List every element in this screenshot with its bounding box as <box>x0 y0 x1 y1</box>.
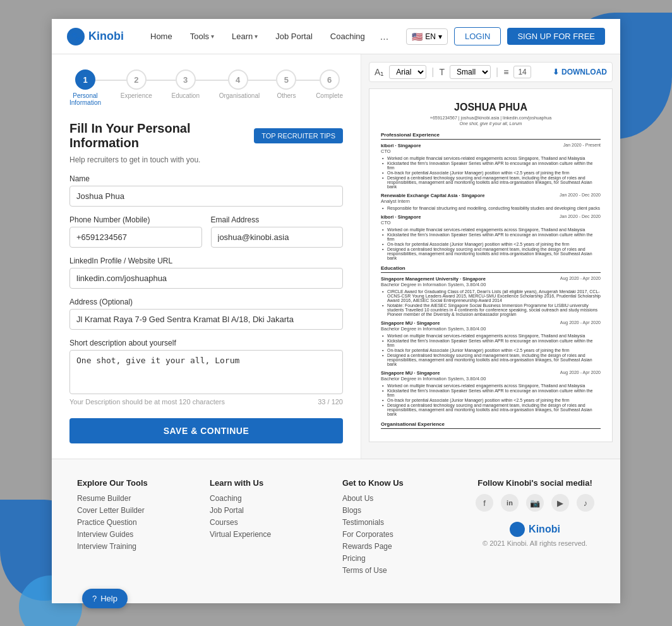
main-container: 🐾 Kinobi Home Tools ▾ Learn ▾ Job Portal <box>52 19 620 603</box>
step-label-4: Organisational <box>219 92 257 99</box>
resume-preview: JOSHUA PHUA +6591234567 | joshua@kinobi.… <box>369 88 613 442</box>
flag-icon: 🇺🇸 <box>412 32 423 42</box>
logo[interactable]: 🐾 Kinobi <box>67 28 124 45</box>
facebook-icon[interactable]: f <box>476 494 493 512</box>
resume-entry-kibori-2: kibori · Singapore Jan 2020 - Dec 2020 C… <box>381 214 601 260</box>
entry-company: Singapore MU · Singapore <box>381 320 440 326</box>
help-icon: ? <box>92 594 97 603</box>
footer-link-corporates[interactable]: For Corporates <box>342 530 462 539</box>
footer-link-interview-guides[interactable]: Interview Guides <box>77 530 197 539</box>
help-button[interactable]: ? Help <box>82 589 128 608</box>
logo-icon: 🐾 <box>67 28 85 45</box>
tiktok-icon[interactable]: ♪ <box>577 494 594 512</box>
step-2: 2 Experience <box>121 69 152 99</box>
footer-link-terms[interactable]: Terms of Use <box>342 566 462 575</box>
step-circle-6[interactable]: 6 <box>320 69 340 90</box>
section-title-organisational: Organisational Experience <box>381 421 601 429</box>
instagram-icon[interactable]: 📷 <box>526 494 544 512</box>
footer-link-job-portal[interactable]: Job Portal <box>210 506 330 515</box>
learn-dropdown-arrow: ▾ <box>255 33 258 40</box>
logo-icon-letter: 🐾 <box>71 32 81 42</box>
nav-item-job-portal[interactable]: Job Portal <box>268 28 320 45</box>
signup-button[interactable]: SIGN UP FOR FREE <box>507 28 605 45</box>
entry-header: kibori · Singapore Jan 2020 - Dec 2020 <box>381 214 601 220</box>
step-6: 6 Complete <box>316 69 343 99</box>
tools-dropdown-arrow: ▾ <box>211 33 214 40</box>
entry-date: Jan 2020 - Dec 2020 <box>560 193 601 198</box>
footer-link-cover-letter[interactable]: Cover Letter Builder <box>77 506 197 515</box>
font-icon: A₁ <box>375 67 384 77</box>
entry-role: Bachelor Degree in Information System, 3… <box>381 282 601 287</box>
recruiter-tips-button[interactable]: TOP RECRUITER TIPS <box>254 128 343 143</box>
logo-text: Kinobi <box>88 30 124 43</box>
nav-more[interactable]: ... <box>375 31 393 42</box>
navbar: 🐾 Kinobi Home Tools ▾ Learn ▾ Job Portal <box>52 19 620 54</box>
footer-link-virtual-experience[interactable]: Virtual Experience <box>210 530 330 539</box>
section-title-experience: Professional Experience <box>381 132 601 140</box>
footer-link-coaching[interactable]: Coaching <box>210 494 330 503</box>
footer-link-resume-builder[interactable]: Resume Builder <box>77 494 197 503</box>
email-field-group: Email Address <box>211 215 344 248</box>
entry-header: Singapore MU · Singapore Aug 2020 - Apr … <box>381 320 601 326</box>
resume-entry-smu: Singapore Management University · Singap… <box>381 276 601 316</box>
footer-link-testimonials[interactable]: Testimonials <box>342 518 462 527</box>
bullet: Designed a centralised technology sourci… <box>387 247 601 260</box>
download-button[interactable]: ⬇ DOWNLOAD <box>553 68 607 76</box>
bullet: On-track for potential Associate (Junior… <box>387 398 601 402</box>
footer-learn-col: Learn with Us Coaching Job Portal Course… <box>210 478 330 578</box>
step-label-1: PersonalInformation <box>69 92 101 106</box>
language-button[interactable]: 🇺🇸 EN ▾ <box>406 28 448 45</box>
footer: Explore Our Tools Resume Builder Cover L… <box>52 459 620 603</box>
linkedin-icon[interactable]: in <box>501 494 519 512</box>
phone-label: Phone Number (Mobile) <box>69 215 202 224</box>
step-circle-3[interactable]: 3 <box>176 69 196 90</box>
linkedin-input[interactable] <box>69 268 343 289</box>
resume-tagline: One shot, give it your all, Lorum <box>381 121 601 126</box>
step-label-5: Others <box>277 92 296 99</box>
email-input[interactable] <box>211 227 344 248</box>
resume-entry-renewable: Renewable Exchange Capital Asia · Singap… <box>381 193 601 210</box>
size-icon: T <box>440 67 445 77</box>
size-select[interactable]: Small <box>450 65 491 79</box>
resume-entry-kibori: kibori · Singapore Jan 2020 - Present CT… <box>381 143 601 189</box>
entry-company: Singapore MU · Singapore <box>381 370 440 376</box>
nav-item-learn[interactable]: Learn ▾ <box>224 28 265 45</box>
name-input[interactable] <box>69 186 343 207</box>
footer-link-interview-training[interactable]: Interview Training <box>77 542 197 551</box>
nav-item-home[interactable]: Home <box>143 28 180 45</box>
phone-input[interactable] <box>69 227 202 248</box>
step-1: 1 PersonalInformation <box>69 69 101 106</box>
step-circle-2[interactable]: 2 <box>126 69 147 90</box>
step-circle-1[interactable]: 1 <box>75 69 95 90</box>
bullet: On-track for potential Associate (Junior… <box>387 348 601 352</box>
entry-date: Aug 2020 - Apr 2020 <box>560 276 601 282</box>
body-content: 1 PersonalInformation 2 Experience 3 Edu… <box>52 54 620 459</box>
description-input[interactable]: One shot, give it your all, Lorum <box>69 350 343 394</box>
bullet: On-track for potential Associate (Junior… <box>387 242 601 246</box>
step-circle-5[interactable]: 5 <box>276 69 296 90</box>
footer-logo: 🐾 Kinobi <box>475 522 595 537</box>
footer-link-courses[interactable]: Courses <box>210 518 330 527</box>
nav-item-tools[interactable]: Tools ▾ <box>183 28 222 45</box>
resume-entry-smu-3: Singapore MU · Singapore Aug 2020 - Apr … <box>381 370 601 416</box>
address-input[interactable] <box>69 309 343 330</box>
font-select[interactable]: Arial <box>389 65 426 79</box>
step-circle-4[interactable]: 4 <box>228 69 248 90</box>
footer-link-pricing[interactable]: Pricing <box>342 554 462 563</box>
form-header: Fill In Your Personal Information TOP RE… <box>69 121 343 150</box>
footer-link-about[interactable]: About Us <box>342 494 462 503</box>
footer-link-practice[interactable]: Practice Question <box>77 518 197 527</box>
nav-item-coaching[interactable]: Coaching <box>323 28 373 45</box>
bullet: Kickstarted the firm's Innovation Speake… <box>387 388 601 397</box>
footer-link-rewards[interactable]: Rewards Page <box>342 542 462 551</box>
footer-social-col: Follow Kinobi's social media! f in 📷 ▶ ♪… <box>475 478 595 578</box>
entry-header: kibori · Singapore Jan 2020 - Present <box>381 143 601 148</box>
entry-role: CTO <box>381 220 601 226</box>
youtube-icon[interactable]: ▶ <box>551 494 569 512</box>
entry-company: Renewable Exchange Capital Asia · Singap… <box>381 193 484 198</box>
save-continue-button[interactable]: SAVE & CONTINUE <box>69 418 343 443</box>
login-button[interactable]: LOGIN <box>454 27 501 45</box>
footer-link-blogs[interactable]: Blogs <box>342 506 462 515</box>
step-label-3: Education <box>172 92 200 99</box>
social-icons: f in 📷 ▶ ♪ <box>475 494 595 512</box>
